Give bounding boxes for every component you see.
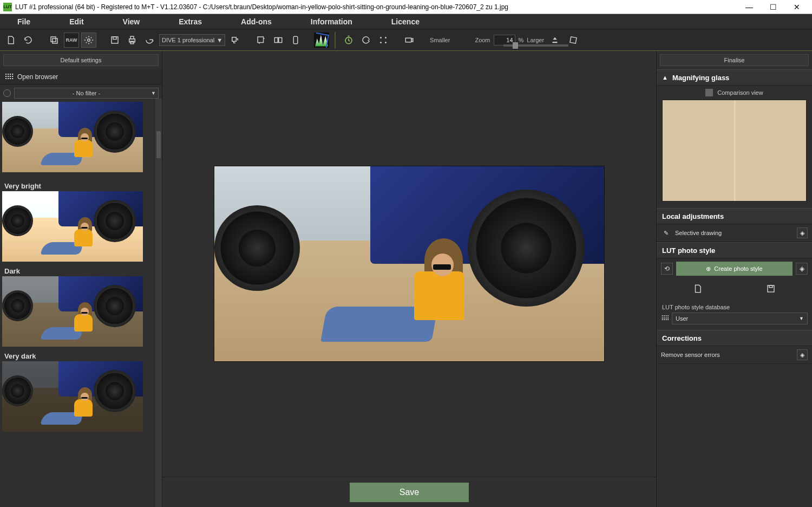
open-browser-label: Open browser xyxy=(17,73,58,81)
left-scrollbar[interactable] xyxy=(154,99,162,507)
magnifying-glass-header[interactable]: ▲ Magnifying glass xyxy=(657,69,812,86)
selective-drawing-row[interactable]: ✎ Selective drawing ◈ xyxy=(657,224,812,242)
svg-point-15 xyxy=(385,37,387,38)
corrections-header[interactable]: Corrections xyxy=(657,330,812,346)
center-panel: Save xyxy=(162,51,656,507)
collapse-arrow-icon: ▲ xyxy=(662,74,668,81)
expand-icon[interactable]: ◈ xyxy=(797,349,808,360)
extension-icon[interactable] xyxy=(227,32,243,48)
preset-very-bright[interactable]: Very bright xyxy=(2,179,160,262)
menu-view[interactable]: View xyxy=(103,17,160,26)
reset-style-icon[interactable]: ⟲ xyxy=(661,263,673,275)
svg-rect-9 xyxy=(258,37,264,43)
default-settings-button[interactable]: Default settings xyxy=(3,54,159,66)
title-bar: LUT LUT #1 professional (64 bit) - Regis… xyxy=(0,0,812,14)
grid-icon: ⠿⠿ xyxy=(4,73,13,81)
preset-original[interactable] xyxy=(2,102,160,177)
snap-icon[interactable] xyxy=(376,32,391,48)
left-panel: Default settings ⠿⠿ Open browser - No fi… xyxy=(0,51,162,507)
zoom-label: Zoom xyxy=(475,37,490,43)
local-adjustments-label: Local adjustments xyxy=(662,212,724,220)
open-style-icon[interactable] xyxy=(661,281,735,296)
svg-rect-3 xyxy=(112,37,118,43)
open-browser-row[interactable]: ⠿⠿ Open browser xyxy=(0,69,162,84)
comparison-view-row[interactable]: Comparison view xyxy=(657,86,812,100)
device-icon[interactable] xyxy=(288,32,303,48)
preset-dark[interactable]: Dark xyxy=(2,264,160,347)
menu-addons[interactable]: Add-ons xyxy=(221,17,291,26)
save-style-icon[interactable] xyxy=(735,281,808,296)
zoom-slider[interactable] xyxy=(503,44,568,47)
app-icon: LUT xyxy=(3,3,12,11)
svg-rect-6 xyxy=(130,36,134,39)
brush-icon: ✎ xyxy=(661,228,671,238)
new-file-icon[interactable] xyxy=(3,32,18,48)
zoom-pct: % xyxy=(519,37,524,43)
svg-point-14 xyxy=(380,37,382,38)
local-adjustments-header[interactable]: Local adjustments xyxy=(657,208,812,224)
menu-edit[interactable]: Edit xyxy=(50,17,103,26)
dive-preset-label: DIVE 1 professional xyxy=(162,37,214,43)
finalise-button[interactable]: Finalise xyxy=(660,54,809,66)
remove-sensor-row[interactable]: Remove sensor errors ◈ xyxy=(657,346,812,364)
svg-rect-4 xyxy=(113,37,116,40)
preset-label: Dark xyxy=(2,264,160,276)
filter-color-icon[interactable] xyxy=(3,89,11,97)
remove-sensor-label: Remove sensor errors xyxy=(661,352,720,358)
svg-rect-0 xyxy=(51,37,56,42)
svg-rect-18 xyxy=(405,38,411,42)
right-panel: Finalise ▲ Magnifying glass Comparison v… xyxy=(656,51,812,507)
db-label: LUT photo style database xyxy=(657,302,812,313)
expand-style-icon[interactable]: ◈ xyxy=(796,263,808,275)
preset-label: Very bright xyxy=(2,179,160,191)
preset-very-dark[interactable]: Very dark xyxy=(2,349,160,432)
larger-label: Larger xyxy=(527,37,544,43)
create-photo-style-button[interactable]: ⊕ Create photo style xyxy=(676,262,793,276)
raw-icon[interactable]: RAW xyxy=(64,32,79,48)
menu-information[interactable]: Information xyxy=(291,17,372,26)
magnifier-preview[interactable] xyxy=(662,100,807,202)
zoom-value-box[interactable]: 14 xyxy=(494,35,515,46)
crop-icon[interactable] xyxy=(253,32,269,48)
svg-rect-11 xyxy=(279,37,282,42)
toolbar: RAW DIVE 1 professional▼ Smaller Zoom 14… xyxy=(0,29,812,51)
comparison-label: Comparison view xyxy=(717,89,763,96)
create-photo-style-label: Create photo style xyxy=(714,265,762,272)
batch-icon[interactable] xyxy=(47,32,62,48)
add-icon: ⊕ xyxy=(706,265,711,272)
histogram-icon[interactable] xyxy=(314,32,329,48)
minimize-button[interactable]: — xyxy=(737,0,761,14)
svg-rect-12 xyxy=(293,36,298,44)
save-icon[interactable] xyxy=(107,32,122,48)
expand-icon[interactable]: ◈ xyxy=(797,227,808,238)
db-select[interactable]: User xyxy=(672,313,808,324)
close-button[interactable]: ✕ xyxy=(785,0,809,14)
preset-list[interactable]: Very bright Dark Very dark xyxy=(0,100,162,507)
corrections-label: Corrections xyxy=(662,334,702,342)
filter-select[interactable]: - No filter - xyxy=(14,88,159,99)
svg-point-17 xyxy=(385,42,387,43)
svg-rect-21 xyxy=(769,285,772,288)
camera-icon[interactable] xyxy=(402,32,417,48)
lut-photo-style-label: LUT photo style xyxy=(662,246,715,255)
reload-icon[interactable] xyxy=(21,32,36,48)
maximize-button[interactable]: ☐ xyxy=(761,0,785,14)
print-icon[interactable] xyxy=(125,32,140,48)
timer-icon[interactable] xyxy=(341,32,356,48)
menu-licence[interactable]: Licence xyxy=(372,17,439,26)
redo-icon[interactable] xyxy=(358,32,374,48)
save-button[interactable]: Save xyxy=(350,483,469,502)
db-grid-icon: ⠿⠿ xyxy=(661,315,669,322)
dive-preset-select[interactable]: DIVE 1 professional▼ xyxy=(159,34,225,46)
window-title: LUT #1 professional (64 bit) - Registere… xyxy=(15,3,737,11)
settings-gear-icon[interactable] xyxy=(81,32,96,48)
menu-extras[interactable]: Extras xyxy=(159,17,221,26)
comparison-checkbox[interactable] xyxy=(705,89,713,96)
svg-rect-1 xyxy=(53,38,57,43)
compare-icon[interactable] xyxy=(271,32,286,48)
lut-photo-style-header[interactable]: LUT photo style xyxy=(657,242,812,258)
preview-image[interactable] xyxy=(214,166,604,361)
export-icon[interactable] xyxy=(142,32,157,48)
preset-label: Very dark xyxy=(2,349,160,361)
menu-file[interactable]: File xyxy=(4,17,50,26)
